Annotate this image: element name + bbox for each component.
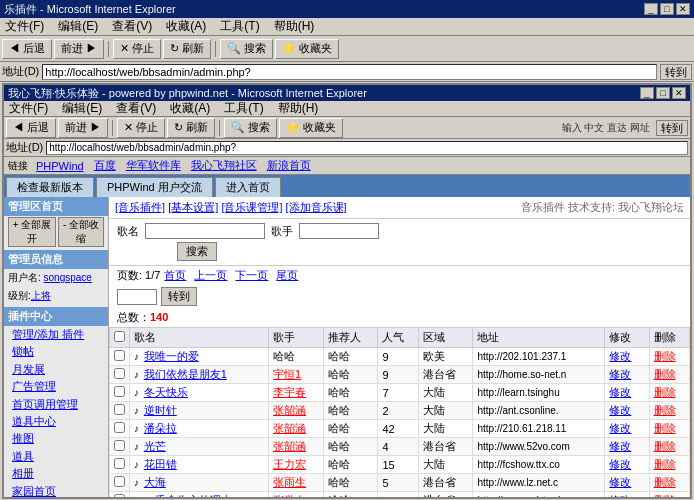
row-checkbox[interactable]: [114, 440, 125, 451]
inner-go-btn[interactable]: 转到: [656, 120, 688, 136]
delete-link[interactable]: 删除: [654, 368, 676, 380]
singer-input[interactable]: [299, 223, 379, 239]
plugin-push[interactable]: 推图: [4, 430, 108, 447]
plugin-homepage[interactable]: 首页调用管理: [4, 396, 108, 413]
modify-link[interactable]: 修改: [609, 476, 631, 488]
minimize-btn[interactable]: _: [644, 3, 658, 15]
song-name-link[interactable]: 我唯一的爱: [144, 350, 199, 362]
link-baidu[interactable]: 百度: [92, 158, 118, 173]
username-link[interactable]: songspace: [44, 272, 92, 283]
delete-link[interactable]: 删除: [654, 494, 676, 497]
inner-stop-btn[interactable]: ✕ 停止: [117, 118, 165, 138]
menu-view[interactable]: 查看(V): [109, 17, 155, 36]
link-huajun[interactable]: 华军软件库: [124, 158, 183, 173]
prev-page-link[interactable]: 上一页: [194, 268, 227, 283]
modify-link[interactable]: 修改: [609, 440, 631, 452]
inner-menu-view[interactable]: 查看(V): [113, 99, 159, 118]
modify-link[interactable]: 修改: [609, 350, 631, 362]
inner-refresh-btn[interactable]: ↻ 刷新: [167, 118, 215, 138]
inner-favorites-btn[interactable]: ⭐ 收藏夹: [279, 118, 343, 138]
menu-edit[interactable]: 编辑(E): [55, 17, 101, 36]
delete-link[interactable]: 删除: [654, 422, 676, 434]
modify-link[interactable]: 修改: [609, 494, 631, 497]
delete-link[interactable]: 删除: [654, 458, 676, 470]
inner-menu-file[interactable]: 文件(F): [6, 99, 51, 118]
tab-phpwind-exchange[interactable]: PHPWind 用户交流: [96, 177, 213, 197]
tab-check-version[interactable]: 检查最新版本: [6, 177, 94, 197]
modify-link[interactable]: 修改: [609, 404, 631, 416]
plugin-garden[interactable]: 家园首页: [4, 483, 108, 497]
outer-go-btn[interactable]: 转到: [660, 64, 692, 80]
modify-link[interactable]: 修改: [609, 368, 631, 380]
song-name-link[interactable]: 一千个伤心的理由: [144, 494, 232, 497]
modify-link[interactable]: 修改: [609, 386, 631, 398]
singer-link[interactable]: 张韶涵: [273, 404, 306, 416]
maximize-btn[interactable]: □: [660, 3, 674, 15]
inner-menu-favorites[interactable]: 收藏(A): [167, 99, 213, 118]
singer-link[interactable]: 张韶涵: [273, 422, 306, 434]
singer-link[interactable]: 王力宏: [273, 458, 306, 470]
next-page-link[interactable]: 下一页: [235, 268, 268, 283]
favorites-btn[interactable]: ⭐ 收藏夹: [275, 39, 339, 59]
select-all-checkbox[interactable]: [114, 331, 125, 342]
plugin-album[interactable]: 相册: [4, 465, 108, 482]
song-name-link[interactable]: 光芒: [144, 440, 166, 452]
plugin-props2[interactable]: 道具: [4, 448, 108, 465]
row-checkbox[interactable]: [114, 386, 125, 397]
song-name-link[interactable]: 大海: [144, 476, 166, 488]
expand-all-btn[interactable]: + 全部展开: [8, 217, 56, 247]
tab-enter-home[interactable]: 进入首页: [215, 177, 281, 197]
delete-link[interactable]: 删除: [654, 440, 676, 452]
singer-link[interactable]: 张学友: [273, 494, 306, 497]
menu-favorites[interactable]: 收藏(A): [163, 17, 209, 36]
search-button[interactable]: 搜索: [177, 242, 217, 261]
song-name-link[interactable]: 逆时针: [144, 404, 177, 416]
modify-link[interactable]: 修改: [609, 458, 631, 470]
song-name-link[interactable]: 我们依然是朋友1: [144, 368, 227, 380]
link-phpwind[interactable]: PHPWind: [34, 160, 86, 172]
singer-link[interactable]: 张韶涵: [273, 440, 306, 452]
first-page-link[interactable]: 首页: [164, 268, 186, 283]
inner-menu-tools[interactable]: 工具(T): [221, 99, 266, 118]
link-xinlang[interactable]: 新浪首页: [265, 158, 313, 173]
row-checkbox[interactable]: [114, 458, 125, 469]
singer-link[interactable]: 张雨生: [273, 476, 306, 488]
collapse-all-btn[interactable]: - 全部收缩: [58, 217, 104, 247]
inner-close-btn[interactable]: ✕: [672, 87, 686, 99]
row-checkbox[interactable]: [114, 368, 125, 379]
inner-search-btn[interactable]: 🔍 搜索: [224, 118, 277, 138]
row-checkbox[interactable]: [114, 350, 125, 361]
singer-link[interactable]: 宇恒1: [273, 368, 301, 380]
song-name-link[interactable]: 花田错: [144, 458, 177, 470]
last-page-link[interactable]: 尾页: [276, 268, 298, 283]
delete-link[interactable]: 删除: [654, 386, 676, 398]
breadcrumb-music-manage[interactable]: [音乐课管理]: [221, 201, 282, 213]
menu-file[interactable]: 文件(F): [2, 17, 47, 36]
row-checkbox[interactable]: [114, 476, 125, 487]
breadcrumb-basic[interactable]: [基本设置]: [168, 201, 218, 213]
back-btn[interactable]: ◀ 后退: [2, 39, 52, 59]
row-checkbox[interactable]: [114, 422, 125, 433]
refresh-btn[interactable]: ↻ 刷新: [163, 39, 211, 59]
level-link[interactable]: 上将: [31, 290, 51, 301]
forward-btn[interactable]: 前进 ▶: [54, 39, 104, 59]
outer-address-input[interactable]: [42, 64, 657, 80]
jump-button[interactable]: 转到: [161, 287, 197, 306]
breadcrumb-plugin[interactable]: [音乐插件]: [115, 201, 165, 213]
delete-link[interactable]: 删除: [654, 350, 676, 362]
plugin-props[interactable]: 道具中心: [4, 413, 108, 430]
admin-section-header[interactable]: 管理区首页: [4, 197, 108, 216]
plugin-section-header[interactable]: 插件中心: [4, 307, 108, 326]
breadcrumb-add-music[interactable]: [添加音乐课]: [286, 201, 347, 213]
song-name-input[interactable]: [145, 223, 265, 239]
plugin-ads[interactable]: 广告管理: [4, 378, 108, 395]
menu-tools[interactable]: 工具(T): [217, 17, 262, 36]
delete-link[interactable]: 删除: [654, 404, 676, 416]
plugin-manage[interactable]: 管理/添加 插件: [4, 326, 108, 343]
delete-link[interactable]: 删除: [654, 476, 676, 488]
stop-btn[interactable]: ✕ 停止: [113, 39, 161, 59]
close-btn[interactable]: ✕: [676, 3, 690, 15]
link-woxinfeixiang[interactable]: 我心飞翔社区: [189, 158, 259, 173]
row-checkbox[interactable]: [114, 404, 125, 415]
row-checkbox[interactable]: [114, 494, 125, 497]
